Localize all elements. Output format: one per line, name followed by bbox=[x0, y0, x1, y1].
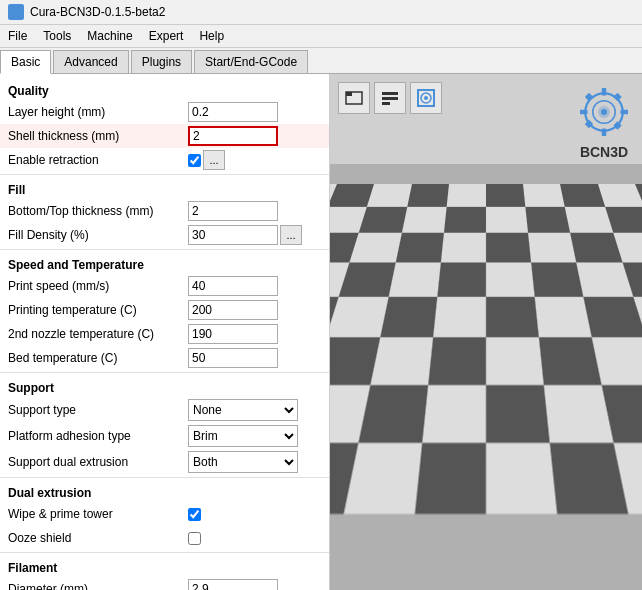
checkerboard-bg bbox=[330, 164, 642, 590]
enable-retraction-label: Enable retraction bbox=[8, 153, 188, 167]
fill-density-label: Fill Density (%) bbox=[8, 228, 188, 242]
printing-temp-row: Printing temperature (C) bbox=[0, 298, 329, 322]
printing-temp-input[interactable] bbox=[188, 300, 278, 320]
ooze-shield-checkbox[interactable] bbox=[188, 532, 201, 545]
checker-row bbox=[330, 184, 642, 207]
load-model-icon bbox=[344, 88, 364, 108]
svg-rect-1 bbox=[346, 92, 352, 96]
checker-row bbox=[330, 207, 642, 233]
bed-temp-input[interactable] bbox=[188, 348, 278, 368]
platform-adhesion-select[interactable]: None Brim Raft bbox=[188, 425, 298, 447]
tab-plugins[interactable]: Plugins bbox=[131, 50, 192, 73]
load-model-button[interactable] bbox=[338, 82, 370, 114]
enable-retraction-checkbox[interactable] bbox=[188, 154, 201, 167]
divider-2 bbox=[0, 249, 329, 250]
svg-rect-4 bbox=[382, 102, 390, 105]
divider-1 bbox=[0, 174, 329, 175]
logo-text: BCN3D bbox=[580, 144, 628, 160]
support-header: Support bbox=[0, 375, 329, 397]
view-mode-button[interactable] bbox=[410, 82, 442, 114]
print-speed-input[interactable] bbox=[188, 276, 278, 296]
svg-rect-11 bbox=[602, 129, 607, 137]
support-type-row: Support type None Touching buildplate Ev… bbox=[0, 397, 329, 423]
fill-density-dots-button[interactable]: ... bbox=[280, 225, 302, 245]
print-speed-label: Print speed (mm/s) bbox=[8, 279, 188, 293]
svg-rect-3 bbox=[382, 97, 398, 100]
ooze-shield-row: Ooze shield bbox=[0, 526, 329, 550]
checker-row bbox=[330, 297, 642, 337]
svg-point-19 bbox=[601, 109, 607, 115]
menu-bar: File Tools Machine Expert Help bbox=[0, 25, 642, 48]
support-type-select[interactable]: None Touching buildplate Everywhere bbox=[188, 399, 298, 421]
support-dual-row: Support dual extrusion Both First extrud… bbox=[0, 449, 329, 475]
tab-basic[interactable]: Basic bbox=[0, 50, 51, 74]
tab-bar: Basic Advanced Plugins Start/End-GCode bbox=[0, 48, 642, 74]
wipe-prime-label: Wipe & prime tower bbox=[8, 507, 188, 521]
bcn3d-logo-gear bbox=[574, 82, 634, 142]
platform-adhesion-row: Platform adhesion type None Brim Raft bbox=[0, 423, 329, 449]
shell-thickness-row: Shell thickness (mm) bbox=[0, 124, 329, 148]
ooze-shield-label: Ooze shield bbox=[8, 531, 188, 545]
tab-advanced[interactable]: Advanced bbox=[53, 50, 128, 73]
wipe-prime-row: Wipe & prime tower bbox=[0, 502, 329, 526]
bottom-top-thickness-row: Bottom/Top thickness (mm) bbox=[0, 199, 329, 223]
left-panel: Quality Layer height (mm) Shell thicknes… bbox=[0, 74, 330, 590]
app-icon bbox=[8, 4, 24, 20]
menu-file[interactable]: File bbox=[0, 27, 35, 45]
retraction-dots-button[interactable]: ... bbox=[203, 150, 225, 170]
main-layout: Quality Layer height (mm) Shell thicknes… bbox=[0, 74, 642, 590]
app-title: Cura-BCN3D-0.1.5-beta2 bbox=[30, 5, 165, 19]
svg-rect-14 bbox=[585, 93, 593, 101]
support-dual-select[interactable]: Both First extruder Second extruder bbox=[188, 451, 298, 473]
menu-tools[interactable]: Tools bbox=[35, 27, 79, 45]
layer-height-label: Layer height (mm) bbox=[8, 105, 188, 119]
bed-temp-row: Bed temperature (C) bbox=[0, 346, 329, 370]
layer-height-input[interactable] bbox=[188, 102, 278, 122]
quality-header: Quality bbox=[0, 78, 329, 100]
svg-rect-17 bbox=[613, 93, 621, 101]
svg-rect-13 bbox=[621, 110, 629, 115]
checker-row bbox=[330, 443, 642, 514]
bottom-top-thickness-input[interactable] bbox=[188, 201, 278, 221]
menu-expert[interactable]: Expert bbox=[141, 27, 192, 45]
filament-header: Filament bbox=[0, 555, 329, 577]
title-bar: Cura-BCN3D-0.1.5-beta2 bbox=[0, 0, 642, 25]
dual-extrusion-header: Dual extrusion bbox=[0, 480, 329, 502]
checker-row bbox=[330, 337, 642, 385]
menu-machine[interactable]: Machine bbox=[79, 27, 140, 45]
fill-header: Fill bbox=[0, 177, 329, 199]
bottom-top-thickness-label: Bottom/Top thickness (mm) bbox=[8, 204, 188, 218]
fill-density-input[interactable] bbox=[188, 225, 278, 245]
nozzle2-temp-row: 2nd nozzle temperature (C) bbox=[0, 322, 329, 346]
divider-5 bbox=[0, 552, 329, 553]
nozzle2-temp-input[interactable] bbox=[188, 324, 278, 344]
diameter-row: Diameter (mm) bbox=[0, 577, 329, 590]
menu-help[interactable]: Help bbox=[191, 27, 232, 45]
checker-row bbox=[330, 233, 642, 263]
bed-temp-label: Bed temperature (C) bbox=[8, 351, 188, 365]
support-dual-label: Support dual extrusion bbox=[8, 455, 188, 469]
svg-rect-2 bbox=[382, 92, 398, 95]
speed-temp-header: Speed and Temperature bbox=[0, 252, 329, 274]
svg-rect-12 bbox=[580, 110, 588, 115]
view-list-icon bbox=[380, 88, 400, 108]
diameter-label: Diameter (mm) bbox=[8, 582, 188, 590]
tab-startend[interactable]: Start/End-GCode bbox=[194, 50, 308, 73]
right-panel: BCN3D bbox=[330, 74, 642, 590]
view-list-button[interactable] bbox=[374, 82, 406, 114]
print-speed-row: Print speed (mm/s) bbox=[0, 274, 329, 298]
nozzle2-temp-label: 2nd nozzle temperature (C) bbox=[8, 327, 188, 341]
diameter-input[interactable] bbox=[188, 579, 278, 590]
checker-row bbox=[330, 262, 642, 296]
platform-adhesion-label: Platform adhesion type bbox=[8, 429, 188, 443]
svg-rect-10 bbox=[602, 88, 607, 96]
shell-thickness-input[interactable] bbox=[188, 126, 278, 146]
wipe-prime-checkbox[interactable] bbox=[188, 508, 201, 521]
checker-row bbox=[330, 385, 642, 443]
toolbar bbox=[338, 82, 442, 114]
shell-thickness-label: Shell thickness (mm) bbox=[8, 129, 188, 143]
view-mode-icon bbox=[416, 88, 436, 108]
fill-density-row: Fill Density (%) ... bbox=[0, 223, 329, 247]
enable-retraction-row: Enable retraction ... bbox=[0, 148, 329, 172]
divider-4 bbox=[0, 477, 329, 478]
